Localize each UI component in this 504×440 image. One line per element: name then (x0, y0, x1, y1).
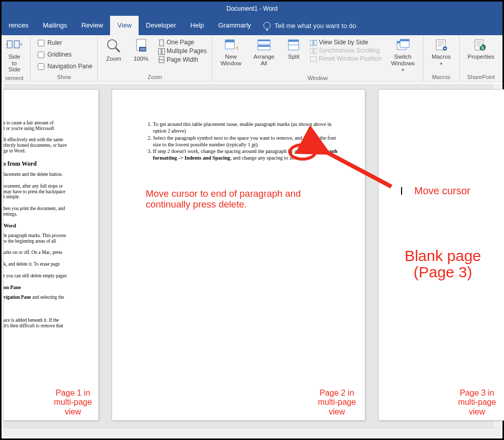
annotation-move-cursor: Move cursor (414, 185, 470, 197)
chevron-down-icon: ▼ (439, 62, 443, 66)
side-to-side-button[interactable]: Sideto Side (4, 37, 25, 74)
page-width-button[interactable]: Page Width (158, 56, 207, 64)
group-label-macros: Macros (429, 73, 454, 82)
properties-icon: S (473, 38, 489, 51)
properties-button[interactable]: S Properties (465, 37, 497, 61)
horizontal-scrollbar[interactable] (3, 428, 501, 437)
new-window-icon: ✦ (224, 38, 238, 51)
label: Reset Window Position (319, 55, 382, 62)
svg-point-2 (108, 40, 117, 49)
svg-rect-1 (14, 41, 19, 48)
one-page-icon (158, 39, 165, 46)
label: Switch Windows▼ (391, 54, 415, 73)
label: Multiple Pages (167, 47, 207, 55)
label: 100% (134, 56, 148, 62)
svg-rect-29 (400, 39, 409, 41)
svg-text:100: 100 (140, 47, 146, 51)
annotation-page1-label: Page 1 in multi-page view (50, 389, 96, 417)
annotation-page2-label: Page 2 in multi-page view (311, 389, 362, 417)
synchronous-scrolling-button: Synchronous Scrolling (310, 46, 382, 55)
annotation-ellipse (288, 143, 317, 161)
label: One Page (167, 39, 194, 46)
arrange-all-button[interactable]: Arrange All (251, 37, 278, 67)
label: Gridlines (47, 51, 71, 58)
page-2[interactable]: To get around this table placement issue… (112, 89, 365, 421)
split-button[interactable]: Split (283, 37, 304, 61)
tell-me-search[interactable]: Tell me what you want to do (258, 22, 356, 30)
arrange-all-icon (257, 38, 271, 51)
label: New Window (221, 54, 242, 66)
label: Split (288, 54, 299, 60)
tab-view[interactable]: View (110, 16, 139, 35)
tab-references[interactable]: rences (2, 16, 36, 35)
one-page-button[interactable]: One Page (158, 38, 207, 47)
app-title: Document1 - Word (226, 5, 277, 12)
lightbulb-icon (263, 22, 271, 29)
tell-me-label: Tell me what you want to do (275, 22, 356, 30)
label: Properties (468, 54, 494, 60)
group-label-zoom: Zoom (103, 73, 206, 82)
new-window-button[interactable]: ✦ New Window (218, 37, 245, 67)
ribbon: Sideto Side vement Ruler Gridlines Navig… (2, 35, 502, 82)
macros-button[interactable]: Macros▼ (429, 37, 454, 67)
tab-review[interactable]: Review (74, 16, 111, 35)
svg-text:✦: ✦ (235, 44, 238, 51)
tab-help[interactable]: Help (183, 16, 211, 35)
label: Arrange All (254, 54, 275, 66)
svg-rect-19 (288, 40, 299, 42)
label: to Side (9, 60, 20, 73)
reset-pos-icon (310, 56, 317, 62)
gridlines-checkbox[interactable]: Gridlines (36, 49, 92, 61)
zoom-button[interactable]: Zoom (103, 37, 124, 63)
annotation-instruction: Move cursor to end of paragraph and cont… (146, 188, 339, 210)
group-label-window: Window (218, 74, 418, 82)
navpane-checkbox[interactable]: Navigation Pane (36, 61, 92, 72)
label: Macros▼ (432, 54, 451, 66)
switch-windows-button[interactable]: Switch Windows▼ (388, 37, 418, 74)
page-100-icon: 100 (135, 38, 148, 54)
split-icon (286, 38, 301, 51)
svg-rect-7 (160, 40, 164, 46)
label: Ruler (47, 39, 62, 46)
svg-rect-15 (258, 40, 270, 41)
view-side-by-side-button[interactable]: View Side by Side (310, 38, 382, 46)
side-to-side-icon (7, 38, 22, 51)
annotation-arrow (315, 144, 402, 195)
svg-text:S: S (481, 45, 484, 50)
reset-window-position-button: Reset Window Position (310, 55, 382, 63)
cursor-indicator (401, 187, 402, 195)
tab-mailings[interactable]: Mailings (36, 16, 74, 35)
label: Side (9, 54, 20, 60)
page-1[interactable]: s to cause a fair amount oft or you're u… (3, 89, 99, 421)
ruler-checkbox[interactable]: Ruler (36, 37, 92, 49)
svg-rect-17 (258, 45, 270, 47)
svg-rect-21 (310, 40, 313, 45)
svg-rect-12 (225, 40, 234, 42)
macros-icon (434, 38, 448, 51)
page-width-icon (158, 56, 165, 63)
annotation-blank-page: Blank page (Page 3) (389, 248, 496, 280)
svg-rect-9 (162, 48, 165, 55)
svg-rect-22 (314, 40, 317, 45)
label: View Side by Side (319, 39, 368, 46)
document-canvas[interactable]: s to cause a fair amount oft or you're u… (3, 84, 501, 437)
group-label: vement (4, 74, 25, 82)
group-label-show: Show (36, 73, 92, 82)
page-1-content: s to cause a fair amount oft or you're u… (4, 90, 98, 329)
multiple-pages-button[interactable]: Multiple Pages (158, 47, 207, 56)
label: Navigation Pane (47, 63, 92, 70)
label: Zoom (106, 56, 121, 62)
tab-grammarly[interactable]: Grammarly (211, 16, 258, 35)
annotation-page3-label: Page 3 in multi-page view (452, 389, 502, 417)
chevron-down-icon: ▼ (401, 68, 405, 72)
multi-page-icon (158, 48, 165, 55)
svg-rect-8 (158, 48, 161, 55)
label: Synchronous Scrolling (319, 47, 380, 54)
label: Page Width (167, 56, 198, 63)
magnifier-icon (106, 38, 121, 54)
zoom-100-button[interactable]: 100 100% (130, 37, 151, 63)
svg-rect-23 (310, 48, 313, 54)
tab-developer[interactable]: Developer (139, 16, 183, 35)
switch-windows-icon (396, 38, 410, 51)
group-label-sharepoint: SharePoint (465, 73, 497, 82)
